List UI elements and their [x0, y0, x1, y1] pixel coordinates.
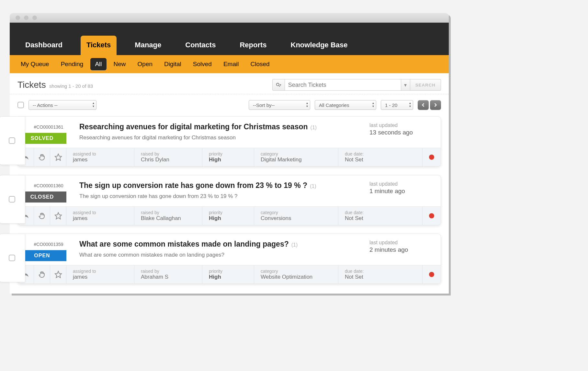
- nav-manage[interactable]: Manage: [129, 36, 167, 55]
- category-value: Digital Marketing: [261, 157, 332, 163]
- search-group: ▾ ▾ SEARCH: [272, 79, 441, 91]
- ticket-meta-row: assigned tojamesraised byChris Dylanprio…: [18, 148, 441, 166]
- ticket-checkbox[interactable]: [9, 137, 15, 144]
- priority-label: priority: [209, 269, 247, 274]
- star-icon[interactable]: [50, 207, 66, 225]
- search-button[interactable]: SEARCH: [410, 79, 441, 91]
- next-page-button[interactable]: [430, 100, 441, 110]
- filter-solved[interactable]: Solved: [188, 58, 216, 70]
- ticket-reply-count: (1): [310, 183, 316, 189]
- category-label: category: [261, 151, 332, 157]
- nav-reports[interactable]: Reports: [234, 36, 272, 55]
- filter-all[interactable]: All: [90, 58, 106, 70]
- ticket-card[interactable]: #CO00001360CLOSEDThe sign up conversion …: [17, 175, 441, 225]
- raised-by-value: Abraham S: [141, 274, 196, 280]
- star-icon[interactable]: [50, 148, 66, 166]
- last-updated-value: 13 seconds ago: [369, 129, 434, 136]
- filter-new[interactable]: New: [109, 58, 130, 70]
- search-input[interactable]: [285, 79, 401, 91]
- status-dot-icon: [429, 155, 434, 160]
- traffic-light-close[interactable]: [16, 16, 20, 20]
- ticket-card[interactable]: #CO00001359OPENWhat are some common mist…: [17, 234, 441, 284]
- filter-digital[interactable]: Digital: [160, 58, 186, 70]
- assigned-to-value: james: [73, 274, 128, 280]
- assigned-to-value: james: [73, 215, 128, 222]
- grab-icon[interactable]: [34, 148, 50, 166]
- ticket-reply-count: (1): [291, 242, 298, 248]
- ticket-card[interactable]: #CO00001361SOLVEDResearching avenues for…: [17, 116, 441, 167]
- search-icon[interactable]: ▾: [272, 79, 285, 91]
- ticket-filter-nav: My QueuePendingAllNewOpenDigitalSolvedEm…: [10, 55, 449, 73]
- ticket-id: #CO00001361: [24, 122, 73, 133]
- app-window: DashboardTicketsManageContactsReportsKno…: [10, 13, 449, 294]
- ticket-description: What are some common mistakes made on la…: [79, 252, 363, 258]
- nav-knowledge-base[interactable]: Knowledge Base: [285, 36, 354, 55]
- ticket-title[interactable]: The sign up conversion rate has gone dow…: [79, 181, 307, 190]
- ticket-list: #CO00001361SOLVEDResearching avenues for…: [10, 113, 449, 294]
- prev-page-button[interactable]: [418, 100, 429, 110]
- page-header: Tickets showing 1 - 20 of 83 ▾ ▾ SEARCH: [10, 73, 449, 94]
- range-select-value: 1 - 20: [385, 102, 397, 108]
- filter-closed[interactable]: Closed: [246, 58, 274, 70]
- filter-pending[interactable]: Pending: [56, 58, 88, 70]
- filter-my-queue[interactable]: My Queue: [16, 58, 54, 70]
- priority-value: High: [209, 274, 247, 280]
- primary-nav: DashboardTicketsManageContactsReportsKno…: [10, 23, 449, 55]
- nav-dashboard[interactable]: Dashboard: [19, 36, 68, 55]
- last-updated-value: 2 minutes ago: [369, 246, 434, 253]
- star-icon[interactable]: [50, 265, 66, 284]
- ticket-meta-row: assigned tojamesraised byAbraham Spriori…: [18, 265, 441, 284]
- last-updated-label: last updated: [369, 240, 434, 246]
- category-select-value: All Categories: [319, 102, 349, 108]
- priority-value: High: [209, 215, 247, 222]
- ticket-title[interactable]: What are some common mistakes made on la…: [79, 240, 289, 248]
- ticket-reply-count: (1): [311, 125, 317, 130]
- ticket-checkbox[interactable]: [9, 196, 15, 203]
- ticket-id: #CO00001360: [24, 181, 73, 191]
- nav-contacts[interactable]: Contacts: [179, 36, 221, 55]
- svg-marker-4: [55, 271, 62, 278]
- raised-by-value: Chris Dylan: [141, 157, 196, 163]
- raised-by-value: Blake Callaghan: [141, 215, 196, 222]
- actions-select-value: -- Actions --: [33, 102, 58, 108]
- last-updated-label: last updated: [369, 122, 434, 128]
- nav-tickets[interactable]: Tickets: [81, 36, 117, 55]
- status-dot-icon: [429, 272, 434, 277]
- category-select[interactable]: All Categories ▴▾: [315, 100, 376, 110]
- select-all-checkbox[interactable]: [17, 102, 24, 108]
- traffic-light-zoom[interactable]: [32, 16, 37, 20]
- traffic-light-minimize[interactable]: [24, 16, 28, 20]
- ticket-title[interactable]: Researching avenues for digital marketin…: [79, 122, 308, 131]
- due-date-value: Not Set: [345, 215, 416, 222]
- sort-select[interactable]: --Sort by-- ▴▾: [249, 100, 310, 110]
- category-label: category: [261, 269, 332, 274]
- ticket-description: The sign up conversion rate has gone dow…: [79, 193, 363, 200]
- ticket-select-stub: [0, 234, 25, 282]
- assigned-to-label: assigned to: [73, 269, 128, 274]
- list-toolbar: -- Actions -- ▴▾ --Sort by-- ▴▾ All Cate…: [10, 94, 449, 113]
- due-date-value: Not Set: [345, 157, 416, 163]
- due-date-label: due date:: [345, 151, 416, 157]
- filter-email[interactable]: Email: [219, 58, 243, 70]
- category-value: Conversions: [261, 215, 332, 222]
- actions-select[interactable]: -- Actions -- ▴▾: [28, 100, 96, 110]
- ticket-description: Researching avenues for digital marketin…: [79, 134, 363, 141]
- grab-icon[interactable]: [34, 207, 50, 225]
- svg-point-0: [277, 83, 279, 86]
- page-subtitle: showing 1 - 20 of 83: [49, 83, 93, 89]
- filter-open[interactable]: Open: [133, 58, 157, 70]
- ticket-checkbox[interactable]: [9, 255, 15, 261]
- priority-label: priority: [209, 210, 247, 215]
- ticket-meta-row: assigned tojamesraised byBlake Callaghan…: [18, 206, 441, 225]
- svg-marker-3: [55, 213, 62, 219]
- page-title: Tickets: [17, 80, 46, 90]
- range-select[interactable]: 1 - 20 ▴▾: [381, 100, 413, 110]
- search-dropdown-icon[interactable]: ▾: [401, 79, 410, 91]
- category-value: Website Optimization: [261, 274, 332, 280]
- svg-marker-2: [55, 154, 62, 160]
- grab-icon[interactable]: [34, 265, 50, 284]
- due-date-label: due date:: [345, 269, 416, 274]
- assigned-to-label: assigned to: [73, 151, 128, 157]
- due-date-label: due date:: [345, 210, 416, 215]
- priority-label: priority: [209, 151, 247, 157]
